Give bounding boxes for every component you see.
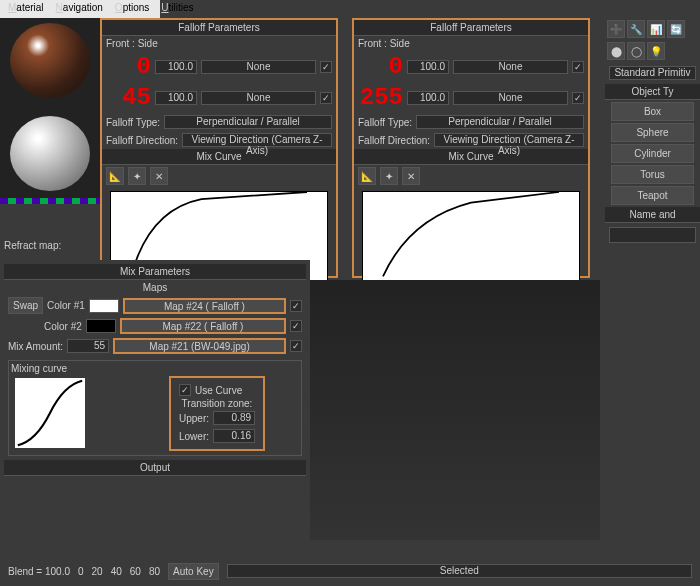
curve-tool-1b[interactable]: 📐 — [358, 167, 376, 185]
tick-40: 40 — [111, 566, 122, 577]
curve-tool-3b[interactable]: ✕ — [402, 167, 420, 185]
falloff-dir-label: Falloff Direction: — [106, 135, 178, 146]
usecurve-label: Use Curve — [195, 385, 242, 396]
name-header[interactable]: Name and — [605, 207, 700, 223]
front-side-label-2: Front : Side — [358, 38, 410, 49]
color2-label: Color #2 — [44, 321, 82, 332]
sphere-button[interactable]: Sphere — [611, 123, 694, 142]
front-side-label: Front : Side — [106, 38, 158, 49]
color1-swatch[interactable] — [89, 299, 119, 313]
menu-material[interactable]: MMaterialaterial — [8, 2, 44, 16]
tz-label: Transition zone: — [175, 398, 259, 409]
mix-panel: Mix Parameters Maps Swap Color #1 Map #2… — [0, 260, 310, 480]
upper-label: Upper: — [179, 413, 209, 424]
name-field[interactable] — [609, 227, 696, 243]
menu-options[interactable]: Options — [115, 2, 149, 16]
spinner-2[interactable]: 100.0 — [155, 91, 197, 105]
primitive-dropdown[interactable]: Standard Primitiv — [609, 66, 696, 80]
shapes-icon[interactable]: ◯ — [627, 42, 645, 60]
color1-label: Color #1 — [47, 300, 85, 311]
curve-tool-3[interactable]: ✕ — [150, 167, 168, 185]
cylinder-button[interactable]: Cylinder — [611, 144, 694, 163]
falloff-type-label-2: Falloff Type: — [358, 117, 412, 128]
refract-map-label: Refract map: — [4, 240, 61, 251]
map-enable-2[interactable] — [320, 92, 332, 104]
falloff-type-dropdown-2[interactable]: Perpendicular / Parallel — [416, 115, 584, 129]
mixamount-label: Mix Amount: — [8, 341, 63, 352]
hierarchy-tab-icon[interactable]: 📊 — [647, 20, 665, 38]
falloff-panel-2: Falloff Parameters Front : Side 0 100.0 … — [352, 18, 590, 278]
map2-enable[interactable] — [290, 320, 302, 332]
output-header[interactable]: Output — [4, 460, 306, 476]
autokey-button[interactable]: Auto Key — [168, 563, 219, 580]
map-slot-2[interactable]: None — [201, 91, 316, 105]
map-slot-1b[interactable]: None — [453, 60, 568, 74]
red-value-0b: 0 — [358, 53, 403, 80]
material-sphere-2[interactable] — [10, 116, 90, 191]
geometry-icon[interactable]: ⬤ — [607, 42, 625, 60]
command-panel: ➕ 🔧 📊 🔄 ⬤ ◯ 💡 Standard Primitiv Object T… — [605, 18, 700, 538]
tick-60: 60 — [130, 566, 141, 577]
falloff-dir-dropdown-2[interactable]: Viewing Direction (Camera Z-Axis) — [434, 133, 584, 147]
mixing-curve-label: Mixing curve — [11, 363, 67, 374]
map2-button[interactable]: Map #22 ( Falloff ) — [120, 318, 286, 334]
menu-utilities[interactable]: Utilities — [161, 2, 193, 16]
color2-swatch[interactable] — [86, 319, 116, 333]
material-preview — [0, 18, 100, 198]
object-type-header[interactable]: Object Ty — [605, 84, 700, 100]
spinner-1b[interactable]: 100.0 — [407, 60, 449, 74]
create-tab-icon[interactable]: ➕ — [607, 20, 625, 38]
swap-button[interactable]: Swap — [8, 297, 43, 314]
viewport[interactable] — [310, 280, 600, 540]
usecurve-checkbox[interactable] — [179, 384, 191, 396]
falloff-header-2[interactable]: Falloff Parameters — [354, 20, 588, 36]
lower-label: Lower: — [179, 431, 209, 442]
tick-20: 20 — [92, 566, 103, 577]
material-sphere-1[interactable] — [10, 23, 90, 98]
torus-button[interactable]: Torus — [611, 165, 694, 184]
red-value-0: 0 — [106, 53, 151, 80]
upper-spinner[interactable]: 0.89 — [213, 411, 255, 425]
box-button[interactable]: Box — [611, 102, 694, 121]
mixamount-spinner[interactable]: 55 — [67, 339, 109, 353]
map-enable-1[interactable] — [320, 61, 332, 73]
curve-tool-1[interactable]: 📐 — [106, 167, 124, 185]
map1-enable[interactable] — [290, 300, 302, 312]
menubar: MMaterialaterial Navigation Options Util… — [0, 0, 160, 18]
tick-0: 0 — [78, 566, 84, 577]
lower-spinner[interactable]: 0.16 — [213, 429, 255, 443]
map-slot-1[interactable]: None — [201, 60, 316, 74]
transition-zone-box: Use Curve Transition zone: Upper:0.89 Lo… — [169, 376, 265, 451]
falloff-dir-dropdown[interactable]: Viewing Direction (Camera Z-Axis) — [182, 133, 332, 147]
map3-enable[interactable] — [290, 340, 302, 352]
mixcurve-header-2[interactable]: Mix Curve — [354, 149, 588, 165]
motion-tab-icon[interactable]: 🔄 — [667, 20, 685, 38]
curve-tool-2[interactable]: ✦ — [128, 167, 146, 185]
menu-navigation[interactable]: Navigation — [56, 2, 103, 16]
modify-tab-icon[interactable]: 🔧 — [627, 20, 645, 38]
lights-icon[interactable]: 💡 — [647, 42, 665, 60]
curve-tool-2b[interactable]: ✦ — [380, 167, 398, 185]
map-enable-2b[interactable] — [572, 92, 584, 104]
falloff-type-label: Falloff Type: — [106, 117, 160, 128]
falloff-type-dropdown[interactable]: Perpendicular / Parallel — [164, 115, 332, 129]
falloff-dir-label-2: Falloff Direction: — [358, 135, 430, 146]
map1-button[interactable]: Map #24 ( Falloff ) — [123, 298, 286, 314]
spinner-1[interactable]: 100.0 — [155, 60, 197, 74]
map3-button[interactable]: Map #21 (BW-049.jpg) — [113, 338, 286, 354]
mix-header[interactable]: Mix Parameters — [4, 264, 306, 280]
falloff-panel-1: Falloff Parameters Front : Side 0 100.0 … — [100, 18, 338, 278]
red-value-45: 45 — [106, 84, 151, 111]
map-enable-1b[interactable] — [572, 61, 584, 73]
mixcurve-header-1[interactable]: Mix Curve — [102, 149, 336, 165]
selected-dropdown[interactable]: Selected — [227, 564, 692, 578]
maps-label: Maps — [4, 280, 306, 295]
teapot-button[interactable]: Teapot — [611, 186, 694, 205]
red-value-255: 255 — [358, 84, 403, 111]
spinner-2b[interactable]: 100.0 — [407, 91, 449, 105]
falloff-curve-2[interactable] — [362, 191, 580, 281]
map-slot-2b[interactable]: None — [453, 91, 568, 105]
tick-80: 80 — [149, 566, 160, 577]
falloff-header[interactable]: Falloff Parameters — [102, 20, 336, 36]
blend-readout: Blend = 100.0 — [8, 566, 70, 577]
